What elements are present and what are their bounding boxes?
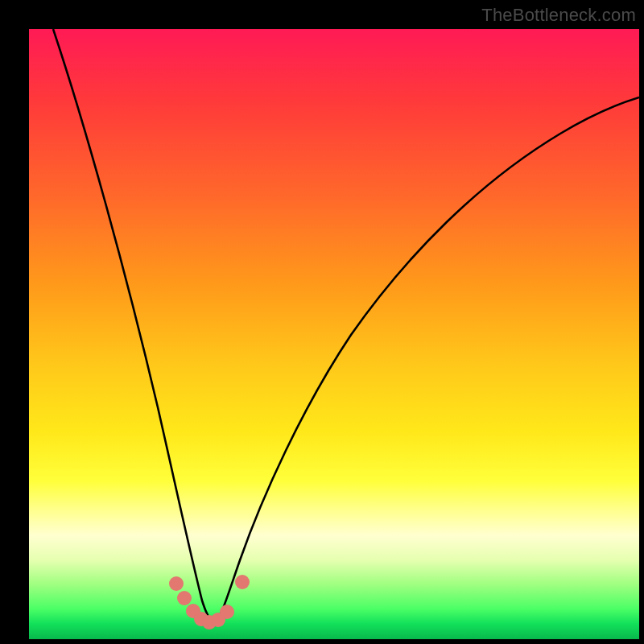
marker-dot <box>235 575 250 589</box>
watermark-text: TheBottleneck.com <box>481 5 636 26</box>
marker-dot <box>169 576 184 591</box>
marker-dot <box>177 591 192 605</box>
chart-frame: TheBottleneck.com <box>0 0 644 644</box>
plot-area <box>29 29 639 639</box>
curve-path <box>53 29 639 621</box>
curve-markers <box>169 575 250 630</box>
bottleneck-curve <box>29 29 639 639</box>
marker-dot <box>220 605 234 619</box>
